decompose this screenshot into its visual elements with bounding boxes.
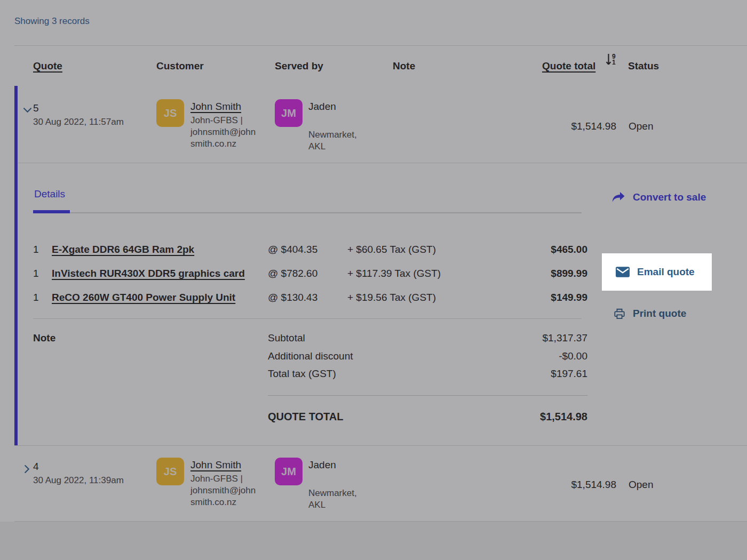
- location-line2: AKL: [308, 499, 357, 511]
- quote-date: 30 Aug 2022, 11:57am: [33, 116, 124, 128]
- printer-icon: [614, 308, 625, 319]
- subtotal-label: Subtotal: [268, 332, 305, 345]
- served-by-initials: JM: [281, 466, 296, 478]
- customer-detail: John-GFBS | johnsmith@johnsmith.co.nz: [190, 115, 257, 150]
- item-tax: + $117.39 Tax (GST): [347, 267, 441, 280]
- quote-number: 5: [33, 102, 39, 115]
- quote-total-label: QUOTE TOTAL: [268, 410, 343, 423]
- item-total: $149.99: [497, 291, 587, 304]
- item-price: @ $404.35: [268, 243, 317, 256]
- item-total: $465.00: [497, 243, 587, 256]
- print-quote-button[interactable]: Print quote: [614, 307, 686, 320]
- top-divider: [14, 45, 747, 46]
- showing-records-text: Showing 3 records: [14, 15, 90, 27]
- print-quote-label: Print quote: [633, 307, 686, 320]
- quote-number: 4: [33, 460, 39, 473]
- item-total: $899.99: [497, 267, 587, 280]
- quote-row-5[interactable]: 5 30 Aug 2022, 11:57am JS John Smith Joh…: [0, 85, 747, 163]
- served-by-avatar: JM: [275, 99, 303, 127]
- item-price: @ $130.43: [268, 291, 317, 304]
- item-qty: 1: [33, 291, 39, 304]
- tab-track: [33, 212, 582, 213]
- discount-label: Additional discount: [268, 350, 353, 363]
- served-by-avatar: JM: [275, 458, 303, 485]
- email-quote-button[interactable]: Email quote: [602, 253, 712, 291]
- item-link[interactable]: ReCO 260W GT400 Power Supply Unit: [52, 291, 235, 304]
- row-details-divider: [18, 163, 747, 163]
- served-by-location: Newmarket, AKL: [308, 487, 357, 511]
- quote-total-value: $1,514.98: [497, 410, 587, 423]
- email-quote-label: Email quote: [637, 266, 695, 278]
- quote-row-4[interactable]: 4 30 Aug 2022, 11:39am JS John Smith Joh…: [0, 444, 747, 521]
- items-divider: [33, 318, 582, 319]
- total-tax-value: $197.61: [497, 367, 587, 380]
- row-quote-total: $1,514.98: [510, 120, 616, 133]
- column-header-customer: Customer: [156, 60, 204, 73]
- served-by-name: Jaden: [308, 100, 336, 113]
- sort-descending-icon[interactable]: 9 1: [606, 53, 616, 66]
- envelope-icon: [616, 267, 630, 277]
- column-header-note: Note: [393, 60, 415, 73]
- served-by-name: Jaden: [308, 459, 336, 471]
- served-by-location: Newmarket, AKL: [308, 129, 357, 153]
- note-label: Note: [33, 332, 55, 345]
- column-header-quote-total[interactable]: Quote total: [542, 60, 595, 73]
- forward-arrow-icon: [611, 191, 625, 203]
- discount-value: -$0.00: [497, 350, 587, 363]
- item-price: @ $782.60: [268, 267, 317, 280]
- served-by-initials: JM: [281, 107, 296, 119]
- customer-avatar: JS: [156, 99, 184, 127]
- quote-date: 30 Aug 2022, 11:39am: [33, 475, 124, 486]
- convert-to-sale-button[interactable]: Convert to sale: [611, 191, 706, 204]
- row-status: Open: [629, 120, 653, 133]
- convert-to-sale-label: Convert to sale: [633, 191, 706, 204]
- item-qty: 1: [33, 267, 39, 280]
- customer-link[interactable]: John Smith: [190, 100, 241, 113]
- item-qty: 1: [33, 243, 39, 256]
- location-line1: Newmarket,: [308, 487, 357, 499]
- total-tax-label: Total tax (GST): [268, 367, 336, 380]
- column-header-served-by: Served by: [275, 60, 323, 73]
- column-header-quote[interactable]: Quote: [33, 60, 62, 73]
- column-header-status: Status: [628, 60, 659, 73]
- item-link[interactable]: E-Xgate DDR6 64GB Ram 2pk: [52, 243, 194, 256]
- item-tax: + $19.56 Tax (GST): [347, 291, 436, 304]
- chevron-right-icon[interactable]: [25, 465, 30, 473]
- page-bottom-background: [0, 522, 747, 560]
- active-tab-indicator: [33, 210, 70, 213]
- sort-bottom-digit: 1: [612, 60, 616, 66]
- subtotal-value: $1,317.37: [497, 332, 587, 345]
- row-status: Open: [629, 478, 653, 491]
- customer-initials: JS: [164, 107, 177, 119]
- customer-avatar: JS: [156, 458, 184, 485]
- location-line2: AKL: [308, 141, 357, 153]
- item-link[interactable]: InVistech RUR430X DDR5 graphics card: [52, 267, 245, 280]
- row-quote-total: $1,514.98: [510, 478, 616, 491]
- arrow-down-icon: [606, 53, 611, 66]
- customer-detail: John-GFBS | johnsmith@johnsmith.co.nz: [190, 473, 257, 508]
- item-tax: + $60.65 Tax (GST): [347, 243, 436, 256]
- customer-link[interactable]: John Smith: [190, 459, 241, 471]
- tab-details[interactable]: Details: [34, 188, 65, 201]
- chevron-down-icon[interactable]: [23, 108, 31, 113]
- summary-divider: [268, 395, 587, 396]
- location-line1: Newmarket,: [308, 129, 357, 141]
- customer-initials: JS: [164, 466, 177, 478]
